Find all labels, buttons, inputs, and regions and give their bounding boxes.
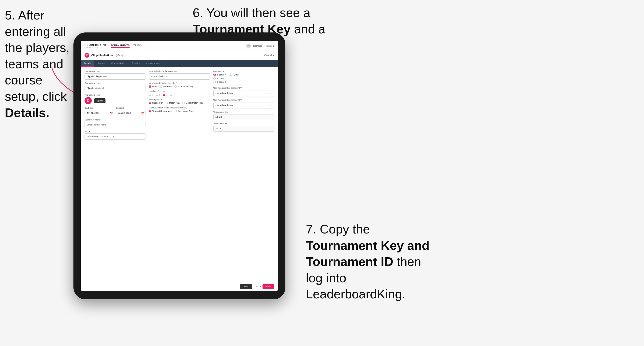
individuals-only-radio[interactable] <box>174 110 177 112</box>
save-button[interactable]: Save <box>262 284 274 289</box>
tournament-name-input[interactable] <box>84 85 146 91</box>
tournament-host-select[interactable]: Clippd College - Men ⌄ <box>84 73 146 80</box>
left-column: Tournament Host Clippd College - Men ⌄ T… <box>84 70 146 142</box>
third-party2-label: Use third-party live scoring API? <box>214 99 274 101</box>
scoring-label: Scoring system <box>149 98 210 101</box>
tab-results[interactable]: Results <box>128 60 143 67</box>
round-3[interactable]: 3 <box>163 94 168 96</box>
tournament-header: C Clippd Invitational (Men) Cancel ✕ <box>81 51 278 60</box>
tournament-name: Clippd Invitational (Men) <box>91 54 123 57</box>
cancel-button[interactable]: Cancel <box>254 285 260 288</box>
gender-label: Which gender is the event for? <box>149 82 210 84</box>
nav-separator: | <box>264 45 264 47</box>
end-date-label: End date <box>116 107 146 109</box>
round-1[interactable]: 1 <box>149 94 154 96</box>
tournament-title-area: C Clippd Invitational (Men) <box>84 53 123 58</box>
round-1-radio[interactable] <box>149 94 151 96</box>
format-other[interactable]: Other <box>230 74 240 76</box>
venue-group: Venue Peachtree GC - Atlanta - GA ⌄ <box>84 130 146 140</box>
teams-plus-individuals[interactable]: Teams (+Individuals) <box>149 110 172 112</box>
round-2-label: 2 <box>159 94 160 96</box>
logo-sub: Powered by clippd <box>84 46 106 48</box>
sponsor-group: Sponsor (optional) <box>84 119 146 128</box>
tournament-id-value: 302051 <box>214 126 274 132</box>
start-calendar-icon: 📅 <box>110 112 113 114</box>
third-party2-select[interactable]: Leaderboard King ✕ ⌄ <box>214 102 274 108</box>
format-6count5-radio[interactable] <box>214 81 216 83</box>
nav-teams[interactable]: TEAMS <box>134 44 142 48</box>
format-5count4-label: 5 count 4 <box>217 74 226 76</box>
gender-mens[interactable]: Mens <box>149 85 158 88</box>
gender-combined[interactable]: Tournament Key <box>174 85 194 88</box>
cancel-tournament-btn[interactable]: Cancel ✕ <box>264 54 274 57</box>
logo-upload-area: C Upload <box>84 97 146 104</box>
content-grid: Tournament Host Clippd College - Men ⌄ T… <box>84 70 274 142</box>
gender-womens[interactable]: Womens <box>160 85 172 88</box>
sponsor-input[interactable] <box>84 122 146 128</box>
scoring-match-radio[interactable] <box>166 102 168 104</box>
tournament-id-group: Tournament ID 302051 <box>214 122 274 132</box>
tournament-host-group: Tournament Host Clippd College - Men ⌄ <box>84 70 146 80</box>
round-2-radio[interactable] <box>156 94 158 96</box>
teams-label: Is this event for Teams and/or Individua… <box>149 107 210 109</box>
tab-leaderboards[interactable]: Leaderboards <box>143 60 164 67</box>
gender-combined-radio[interactable] <box>174 85 177 88</box>
user-name: Test User <box>253 45 262 47</box>
individuals-only-label: Individuals Only <box>178 110 194 112</box>
tab-teams[interactable]: Teams <box>94 60 108 67</box>
start-date-wrapper: 📅 <box>84 110 114 116</box>
nav-right: TU Test User | Sign out <box>246 43 274 48</box>
format-type-group: Format type 5 count 4 <box>214 70 274 84</box>
format-other-radio[interactable] <box>230 74 232 76</box>
end-date-group: End date 📅 <box>116 107 146 116</box>
gender-mens-label: Mens <box>152 85 158 88</box>
gender-womens-label: Womens <box>163 85 172 88</box>
round-1-label: 1 <box>152 94 154 96</box>
round-4-radio[interactable] <box>170 94 172 96</box>
round-4[interactable]: 4 <box>170 94 174 96</box>
upload-button[interactable]: Upload <box>94 98 106 103</box>
tab-details[interactable]: Details <box>81 60 94 67</box>
scoring-medal-radio[interactable] <box>182 102 185 104</box>
format-6count4-radio[interactable] <box>214 77 216 80</box>
format-5count4[interactable]: 5 count 4 <box>214 74 226 76</box>
tournament-name-label: Tournament name <box>84 82 146 84</box>
sign-out-link[interactable]: Sign out <box>266 45 274 47</box>
tournament-logo-preview: C <box>84 97 92 104</box>
third-party1-select[interactable]: Leaderboard King ✕ ⌄ <box>214 90 274 96</box>
scoring-medal-label: Medal Match Play <box>186 102 203 104</box>
delete-button[interactable]: Delete <box>240 284 252 289</box>
format-type-label: Format type <box>214 70 274 73</box>
round-3-radio[interactable] <box>163 94 165 96</box>
scoring-stroke-label: Stroke Play <box>152 102 163 104</box>
third-party1-label: Use third-party live scoring API? <box>214 87 274 89</box>
scoring-stroke[interactable]: Stroke Play <box>149 102 163 104</box>
division-select[interactable]: NCAA Division III ⌄ <box>149 73 210 80</box>
main-content: Tournament Host Clippd College - Men ⌄ T… <box>81 67 278 282</box>
format-5count4-radio[interactable] <box>214 74 216 76</box>
scoring-match[interactable]: Match Play <box>166 102 180 104</box>
footer-bar: Delete Cancel Save <box>81 282 278 291</box>
gender-mens-radio[interactable] <box>149 85 151 88</box>
logo-area: SCOREBOARD Powered by clippd <box>84 43 106 48</box>
third-party1-clear[interactable]: ✕ ⌄ <box>268 92 272 95</box>
tournament-logo-label: Tournament logo <box>84 94 146 96</box>
start-date-label: Start date <box>84 107 114 109</box>
teams-plus-radio[interactable] <box>149 110 151 112</box>
tab-course-setup[interactable]: Course Setup <box>108 60 128 67</box>
gender-womens-radio[interactable] <box>160 85 162 88</box>
scoring-stroke-radio[interactable] <box>149 102 151 104</box>
middle-column: Which division is the event for? NCAA Di… <box>149 70 210 142</box>
scoring-radio-group: Stroke Play Match Play Medal Match Play <box>149 102 210 104</box>
individuals-only[interactable]: Individuals Only <box>174 110 194 112</box>
tournament-name-group: Tournament name <box>84 82 146 91</box>
gender-combined-label: Tournament Key <box>178 85 194 88</box>
third-party2-clear[interactable]: ✕ ⌄ <box>268 104 272 107</box>
format-6count5[interactable]: 6 count 5 <box>214 81 226 83</box>
round-2[interactable]: 2 <box>156 94 160 96</box>
scoring-medal[interactable]: Medal Match Play <box>182 102 203 104</box>
c-logo: C <box>84 53 89 58</box>
format-6count4[interactable]: 6 count 4 <box>214 77 226 80</box>
nav-tournaments[interactable]: TOURNAMENTS <box>111 44 130 48</box>
venue-select[interactable]: Peachtree GC - Atlanta - GA ⌄ <box>84 134 146 140</box>
